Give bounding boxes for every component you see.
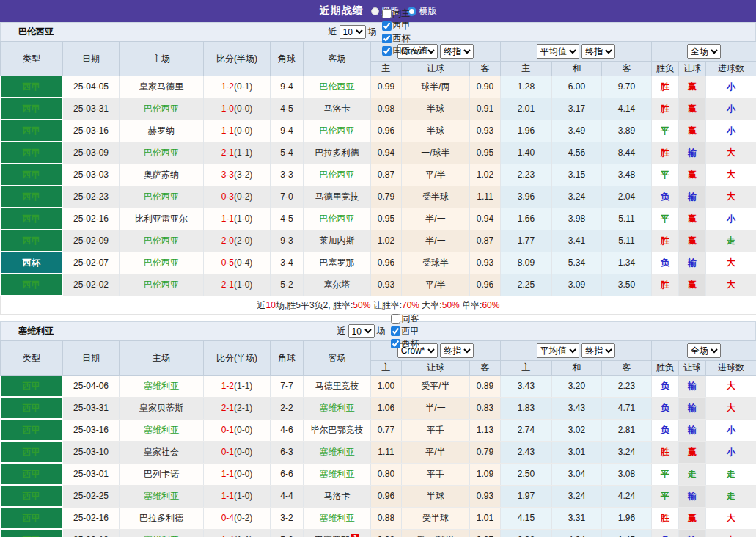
fulltime-select[interactable]: 全场	[687, 343, 721, 358]
filter-checkbox-西杯[interactable]: 西杯	[388, 337, 419, 350]
avg-draw-odds: 3.09	[552, 274, 602, 296]
final-odds-select-1[interactable]: 终指	[440, 44, 474, 59]
checkbox-input[interactable]	[391, 326, 400, 336]
corner-count: 7-0	[271, 186, 304, 208]
away-team-link[interactable]: 巴伦西亚	[304, 76, 371, 98]
filter-checkbox-同主[interactable]: 同主	[379, 7, 428, 20]
final-odds-select-2[interactable]: 终指	[581, 44, 615, 59]
average-odds-header: 平均值 终指	[501, 42, 652, 62]
avg-home-odds: 1.83	[501, 397, 552, 419]
average-select[interactable]: 平均值	[537, 44, 579, 59]
away-team-link[interactable]: 巴塞罗那1	[304, 529, 371, 537]
result-goals: 小	[706, 98, 756, 120]
filter-checkbox-同客[interactable]: 同客	[388, 313, 419, 325]
checkbox-input[interactable]	[382, 9, 392, 18]
league-type-badge: 西甲	[1, 529, 63, 537]
away-team-link[interactable]: 塞维利亚	[304, 441, 371, 463]
away-team-link[interactable]: 毕尔巴鄂竞技	[304, 419, 371, 441]
checkbox-input[interactable]	[391, 314, 400, 324]
fulltime-score: 3-3	[221, 169, 234, 180]
fulltime-score: 1-0	[221, 103, 234, 114]
home-team-link[interactable]: 巴拉多利德	[120, 507, 204, 529]
away-team-link[interactable]: 巴拉多利德	[304, 142, 371, 164]
average-select[interactable]: 平均值	[537, 343, 579, 358]
home-team-link[interactable]: 塞维利亚	[120, 529, 204, 537]
avg-draw-odds: 4.56	[552, 142, 602, 164]
checkbox-input[interactable]	[382, 34, 392, 43]
avg-draw-odds: 3.17	[552, 98, 602, 120]
average-odds-header: 平均值 终指	[501, 341, 652, 361]
result-handicap: 输	[679, 397, 706, 419]
away-team-link[interactable]: 塞维利亚	[304, 397, 371, 419]
filter-checkbox-国际友谊[interactable]: 国际友谊	[379, 45, 428, 57]
home-team-link[interactable]: 奥萨苏纳	[120, 164, 204, 186]
result-goals: 大	[706, 376, 756, 398]
away-team-link[interactable]: 塞维利亚	[304, 507, 371, 529]
match-date: 25-03-10	[63, 441, 120, 463]
recent-count-select[interactable]: 10	[340, 25, 366, 39]
away-team-link[interactable]: 巴伦西亚	[304, 120, 371, 142]
filter-checkbox-西杯[interactable]: 西杯	[379, 32, 428, 45]
match-score: 3-3(3-2)	[204, 164, 271, 186]
summary-stat-value: 70%	[402, 300, 419, 310]
away-team-link[interactable]: 巴伦西亚	[304, 164, 371, 186]
home-team-link[interactable]: 巴伦西亚	[120, 274, 204, 296]
match-row: 西甲25-02-16巴拉多利德0-4(0-2)3-2塞维利亚0.88受半球1.0…	[1, 507, 756, 529]
away-team-link[interactable]: 马洛卡	[304, 98, 371, 120]
crown-home-odds: 0.99	[371, 76, 402, 98]
halftime-score: (2-0)	[234, 235, 252, 246]
team-name: 巴伦西亚	[18, 26, 54, 38]
home-team-link[interactable]: 皇家马德里	[120, 76, 204, 98]
home-team-link[interactable]: 巴伦西亚	[120, 230, 204, 252]
home-team-link[interactable]: 皇家社会	[120, 441, 204, 463]
away-team-link[interactable]: 塞维利亚	[304, 463, 371, 485]
match-score: 1-2(0-1)	[204, 76, 271, 98]
halftime-score: (0-0)	[234, 125, 252, 136]
home-team-link[interactable]: 巴伦西亚	[120, 252, 204, 274]
home-team-link[interactable]: 塞维利亚	[120, 485, 204, 507]
final-odds-select-2[interactable]: 终指	[581, 343, 615, 358]
handicap-line: 半/一	[402, 230, 470, 252]
checkbox-input[interactable]	[391, 339, 400, 348]
result-wdl: 负	[652, 397, 679, 419]
away-team-link[interactable]: 巴伦西亚	[304, 208, 371, 230]
fulltime-select[interactable]: 全场	[687, 44, 721, 59]
checkbox-input[interactable]	[382, 21, 392, 31]
sub-header-avg-draw: 和	[552, 361, 602, 376]
filter-checkbox-西甲[interactable]: 西甲	[379, 20, 428, 32]
home-team-link[interactable]: 比利亚雷亚尔	[120, 208, 204, 230]
away-team-link[interactable]: 马德里竞技	[304, 376, 371, 398]
avg-home-odds: 2.50	[501, 463, 552, 485]
crown-home-odds: 0.77	[371, 419, 402, 441]
result-goals: 走	[706, 485, 756, 507]
home-team-link[interactable]: 巴伦西亚	[120, 98, 204, 120]
filter-bar: 近 10 场 同主西甲西杯国际友谊	[329, 7, 428, 57]
filter-checkbox-西甲[interactable]: 西甲	[388, 325, 419, 337]
home-team-link[interactable]: 塞维利亚	[120, 376, 204, 398]
home-team-link[interactable]: 巴伦西亚	[120, 186, 204, 208]
home-team-link[interactable]: 巴列卡诺	[120, 463, 204, 485]
corner-count: 9-4	[271, 120, 304, 142]
home-team-link[interactable]: 赫罗纳	[120, 120, 204, 142]
checkbox-input[interactable]	[382, 46, 392, 56]
match-date: 25-03-03	[63, 164, 120, 186]
home-team-link[interactable]: 塞维利亚	[120, 419, 204, 441]
result-goals: 走	[706, 463, 756, 485]
final-odds-select-1[interactable]: 终指	[440, 343, 474, 358]
recent-count-select[interactable]: 10	[348, 324, 375, 338]
home-team-link[interactable]: 巴伦西亚	[120, 142, 204, 164]
away-team-link[interactable]: 巴塞罗那	[304, 252, 371, 274]
away-team-link[interactable]: 马洛卡	[304, 485, 371, 507]
match-row: 西杯25-02-07巴伦西亚0-5(0-4)3-4巴塞罗那0.96受球半0.93…	[1, 252, 756, 274]
home-team-link[interactable]: 皇家贝蒂斯	[120, 397, 204, 419]
away-team-link[interactable]: 莱加内斯	[304, 230, 371, 252]
away-team-link[interactable]: 塞尔塔	[304, 274, 371, 296]
result-wdl: 平	[652, 120, 679, 142]
result-goals: 大	[706, 397, 756, 419]
result-goals: 大	[706, 164, 756, 186]
corner-count: 5-2	[271, 274, 304, 296]
match-date: 25-02-25	[63, 485, 120, 507]
away-team-link[interactable]: 马德里竞技	[304, 186, 371, 208]
summary-stat-value: 50%	[353, 300, 370, 310]
result-goals: 大	[706, 186, 756, 208]
